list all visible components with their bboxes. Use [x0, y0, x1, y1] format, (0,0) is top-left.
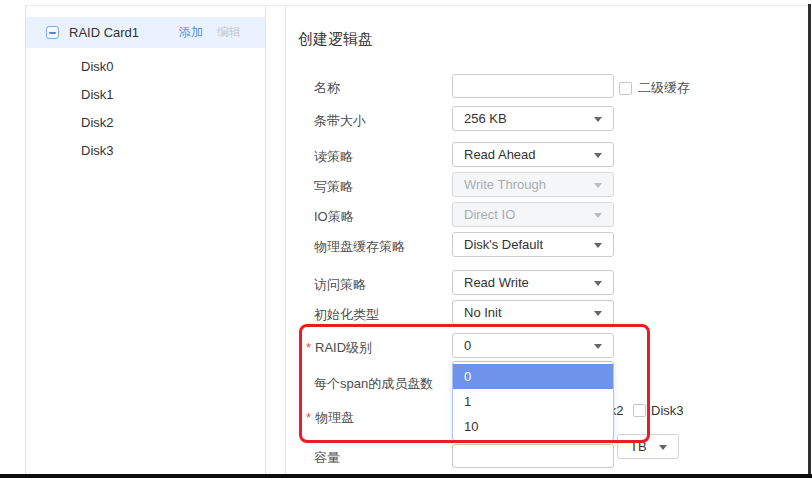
- name-row: 名称 二级缓存: [286, 74, 808, 98]
- required-marker: *: [306, 410, 311, 425]
- create-logical-disk-form: 创建逻辑盘 名称 二级缓存 条带大小 256 KB 读策略 Read Ahead: [285, 6, 808, 474]
- init-type-select[interactable]: No Init: [452, 300, 614, 325]
- stripe-size-label: 条带大小: [314, 112, 366, 130]
- frame-bottom-border: [0, 474, 812, 478]
- chevron-down-icon: [594, 281, 602, 286]
- io-policy-row: IO策略 Direct IO: [286, 202, 808, 227]
- capacity-label: 容量: [314, 449, 340, 467]
- tree-node-raid-card[interactable]: RAID Card1 添加 编辑: [26, 17, 265, 48]
- disk-list: Disk0 Disk1 Disk2 Disk3: [26, 53, 265, 165]
- collapse-icon[interactable]: [46, 26, 59, 39]
- capacity-row: 容量: [286, 444, 808, 468]
- read-policy-row: 读策略 Read Ahead: [286, 142, 808, 167]
- raid-level-dropdown-panel: 0 1 10: [452, 361, 614, 441]
- chevron-down-icon: [594, 153, 602, 158]
- access-policy-row: 访问策略 Read Write: [286, 270, 808, 295]
- tree-node-disk0[interactable]: Disk0: [26, 53, 265, 81]
- write-policy-select: Write Through: [452, 172, 614, 197]
- raid-level-label: *RAID级别: [306, 339, 372, 357]
- chevron-down-icon: [594, 183, 602, 188]
- required-marker: *: [306, 340, 311, 355]
- tree-node-disk3[interactable]: Disk3: [26, 137, 265, 165]
- page-title: 创建逻辑盘: [298, 30, 373, 49]
- chevron-down-icon: [594, 311, 602, 316]
- tree-actions: 添加 编辑: [179, 24, 241, 41]
- raid-level-row: *RAID级别 0: [286, 333, 808, 358]
- disk3-checkbox[interactable]: [633, 404, 646, 417]
- secondary-cache-option: 二级缓存: [619, 79, 690, 97]
- capacity-input[interactable]: [452, 444, 614, 468]
- device-tree-sidebar: RAID Card1 添加 编辑 Disk0 Disk1 Disk2 Disk3: [25, 6, 266, 474]
- stripe-size-row: 条带大小 256 KB: [286, 106, 808, 131]
- secondary-cache-label: 二级缓存: [638, 79, 690, 97]
- raid-card-label: RAID Card1: [69, 25, 139, 40]
- physical-disk-option-disk3: Disk3: [633, 403, 693, 418]
- name-label: 名称: [314, 79, 340, 97]
- access-policy-label: 访问策略: [314, 276, 366, 294]
- chevron-down-icon: [594, 213, 602, 218]
- io-policy-select: Direct IO: [452, 202, 614, 227]
- read-policy-label: 读策略: [314, 148, 353, 166]
- write-policy-label: 写策略: [314, 178, 353, 196]
- raid-config-screen: RAID Card1 添加 编辑 Disk0 Disk1 Disk2 Disk3…: [0, 0, 812, 479]
- raid-level-option-10[interactable]: 10: [453, 414, 613, 439]
- stripe-size-select[interactable]: 256 KB: [452, 106, 614, 131]
- disk-cache-policy-label: 物理盘缓存策略: [314, 238, 405, 256]
- edit-link[interactable]: 编辑: [217, 24, 241, 41]
- access-policy-select[interactable]: Read Write: [452, 270, 614, 295]
- tree-node-disk2[interactable]: Disk2: [26, 109, 265, 137]
- raid-level-option-0[interactable]: 0: [453, 364, 613, 389]
- chevron-down-icon: [594, 243, 602, 248]
- chevron-down-icon: [594, 117, 602, 122]
- init-type-label: 初始化类型: [314, 306, 379, 324]
- name-input[interactable]: [452, 74, 614, 98]
- chevron-down-icon: [659, 445, 667, 450]
- chevron-down-icon: [594, 344, 602, 349]
- span-members-label: 每个span的成员盘数: [314, 375, 433, 393]
- raid-level-select[interactable]: 0: [452, 333, 614, 358]
- write-policy-row: 写策略 Write Through: [286, 172, 808, 197]
- capacity-unit-select[interactable]: TB: [617, 434, 679, 459]
- init-type-row: 初始化类型 No Init: [286, 300, 808, 325]
- tree-node-disk1[interactable]: Disk1: [26, 81, 265, 109]
- io-policy-label: IO策略: [314, 208, 354, 226]
- read-policy-select[interactable]: Read Ahead: [452, 142, 614, 167]
- disk-cache-policy-row: 物理盘缓存策略 Disk's Default: [286, 232, 808, 257]
- add-link[interactable]: 添加: [179, 24, 203, 41]
- raid-level-option-1[interactable]: 1: [453, 389, 613, 414]
- secondary-cache-checkbox[interactable]: [619, 82, 632, 95]
- physical-disk-label: *物理盘: [306, 409, 354, 427]
- frame-right-border: [808, 4, 811, 475]
- disk-cache-policy-select[interactable]: Disk's Default: [452, 232, 614, 257]
